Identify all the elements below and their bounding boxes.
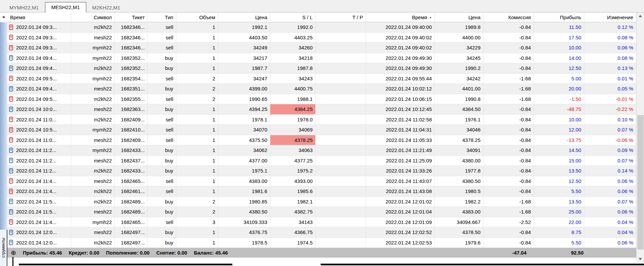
column-header[interactable]: Цена bbox=[218, 12, 270, 22]
close-time-cell: 2022.01.24 09:49:30 bbox=[366, 63, 435, 73]
table-row[interactable]: 2022.01.24 09:5... m2kh22 1682355... sel… bbox=[7, 94, 636, 105]
symbol-cell: mymh22 bbox=[71, 53, 115, 63]
table-row[interactable]: 2022.01.24 12:0... m2kh22 1682497... buy… bbox=[7, 238, 636, 248]
sl-cell: 4400.75 bbox=[270, 84, 316, 94]
buy-deal-icon bbox=[9, 107, 13, 112]
tp-cell bbox=[316, 94, 366, 104]
symbol-cell: m2kh22 bbox=[71, 238, 115, 248]
commission-cell: -1.68 bbox=[484, 207, 534, 217]
volume-cell: 1 bbox=[176, 238, 218, 248]
ticket-cell: 1682352... bbox=[115, 63, 148, 73]
change-cell: 0.08 % bbox=[584, 53, 636, 63]
column-header[interactable]: Тикет bbox=[115, 12, 148, 22]
table-row[interactable]: 2022.01.24 10:0... mesh22 1682363... buy… bbox=[7, 104, 636, 115]
table-row[interactable]: 2022.01.24 11:2... m2kh22 1682433... buy… bbox=[7, 166, 636, 176]
summary-withdrawal: Снятие: 0.00 bbox=[156, 250, 187, 256]
open-time-text: 2022.01.24 11:0... bbox=[16, 137, 56, 143]
tp-cell bbox=[316, 43, 366, 53]
column-header[interactable]: Прибыль bbox=[534, 12, 584, 22]
table-row[interactable]: 2022.01.24 09:4... m2kh22 1682352... buy… bbox=[7, 63, 636, 74]
volume-cell: 1 bbox=[176, 145, 218, 155]
type-cell: sell bbox=[148, 176, 176, 186]
close-price-cell: 4378.50 bbox=[435, 227, 484, 237]
close-time-cell: 2022.01.24 12:01:09 bbox=[366, 217, 435, 227]
bottom-tab-edge-right bbox=[321, 264, 644, 265]
scroll-up-button[interactable] bbox=[637, 12, 644, 19]
tab-m2kh22-m1[interactable]: M2KH22,M1 bbox=[86, 3, 126, 12]
column-header[interactable]: Комиссия bbox=[484, 12, 534, 22]
close-panel-button[interactable]: × bbox=[0, 12, 7, 22]
profit-cell: 11.50 bbox=[534, 22, 584, 32]
column-header[interactable]: Цена bbox=[435, 12, 484, 22]
close-time-cell: 2022.01.24 09:55:44 bbox=[366, 74, 435, 84]
table-row[interactable]: 2022.01.24 09:5... mymh22 1682354... sel… bbox=[7, 74, 636, 84]
commission-cell: -0.84 bbox=[484, 125, 534, 135]
sl-cell: 1985.6 bbox=[270, 186, 316, 196]
summary-balance: Баланс: 45.46 bbox=[194, 250, 228, 256]
symbol-cell: mesh22 bbox=[71, 176, 115, 186]
tab-mymh22-m1[interactable]: MYMH22,M1 bbox=[3, 3, 45, 12]
ticket-cell: 1682497... bbox=[115, 227, 148, 237]
profit-cell: 5.50 bbox=[534, 238, 584, 248]
summary-credit: Кредит: 0.00 bbox=[69, 250, 99, 256]
table-row[interactable]: 2022.01.24 11:0... mesh22 1682409... sel… bbox=[7, 135, 636, 146]
table-row[interactable]: 2022.01.24 10:5... mymh22 1682410... sel… bbox=[7, 125, 636, 135]
sl-cell: 4393.00 bbox=[270, 176, 316, 186]
column-header[interactable]: T / P bbox=[316, 12, 366, 22]
type-cell: sell bbox=[148, 43, 176, 53]
table-row[interactable]: 2022.01.24 11:5... mesh22 1682489... buy… bbox=[7, 207, 636, 217]
column-header[interactable]: Символ bbox=[71, 12, 115, 22]
volume-cell: 1 bbox=[176, 104, 218, 114]
table-row[interactable]: 2022.01.24 09:3... m2kh22 1682346... sel… bbox=[7, 22, 636, 33]
table-row[interactable]: 2022.01.24 09:3... mesh22 1682346... sel… bbox=[7, 33, 636, 43]
expand-summary-icon[interactable]: ⊕ bbox=[11, 250, 16, 256]
scroll-down-button[interactable] bbox=[637, 256, 644, 262]
table-row[interactable]: 2022.01.24 11:2... mymh22 1682433... buy… bbox=[7, 145, 636, 156]
sell-deal-icon bbox=[9, 45, 13, 50]
table-row[interactable]: 2022.01.24 11:4... mesh22 1682465... sel… bbox=[7, 176, 636, 187]
table-row[interactable]: 2022.01.24 11:4... m2kh22 1682461... sel… bbox=[7, 186, 636, 197]
commission-cell: -1.68 bbox=[484, 74, 534, 84]
table-row[interactable]: 2022.01.24 11:5... m2kh22 1682489... buy… bbox=[7, 197, 636, 207]
tab-mesh22-m1[interactable]: MESH22,M1 bbox=[45, 2, 86, 12]
table-row[interactable]: 2022.01.24 09:4... mesh22 1682351... buy… bbox=[7, 84, 636, 94]
tp-cell bbox=[316, 53, 366, 63]
close-time-cell: 2022.01.24 09:49:30 bbox=[366, 53, 435, 63]
commission-cell: -1.68 bbox=[484, 94, 534, 104]
table-row[interactable]: 2022.01.24 11:4... mymh22 1682465... sel… bbox=[7, 217, 636, 228]
close-price-cell: 1980.5 bbox=[435, 186, 484, 196]
summary-profit-total: 92.50 bbox=[571, 250, 584, 256]
column-header[interactable]: Изменение bbox=[584, 12, 636, 22]
table-row[interactable]: 2022.01.24 09:3... mymh22 1682346... sel… bbox=[7, 43, 636, 53]
close-time-cell: 2022.01.24 09:40:00 bbox=[366, 22, 435, 32]
open-time-cell: 2022.01.24 11:2... bbox=[7, 156, 71, 166]
change-cell: 0.04 % bbox=[584, 227, 636, 237]
close-price-cell: 1979.6 bbox=[435, 238, 484, 248]
column-header[interactable]: S / L bbox=[270, 12, 316, 22]
column-header[interactable]: Объем bbox=[176, 12, 218, 22]
column-header[interactable]: Тип bbox=[148, 12, 176, 22]
close-time-cell: 2022.01.24 11:02:58 bbox=[366, 115, 435, 125]
buy-deal-icon bbox=[9, 209, 13, 215]
symbol-cell: mesh22 bbox=[71, 84, 115, 94]
scrollbar-thumb[interactable] bbox=[637, 115, 644, 250]
tp-cell bbox=[316, 176, 366, 186]
open-time-cell: 2022.01.24 11:2... bbox=[7, 166, 71, 176]
column-label: Цена bbox=[255, 14, 267, 20]
column-header[interactable]: Время ▲ bbox=[366, 12, 435, 22]
column-header[interactable]: Время bbox=[7, 12, 71, 22]
summary-profit: Прибыль: 45.46 bbox=[23, 250, 62, 256]
table-row[interactable]: 2022.01.24 09:4... mymh22 1682352... buy… bbox=[7, 53, 636, 64]
vertical-scrollbar[interactable] bbox=[636, 12, 644, 262]
profit-cell: -13.75 bbox=[534, 135, 584, 145]
change-cell: 0.06 % bbox=[584, 207, 636, 217]
symbol-cell: mymh22 bbox=[71, 125, 115, 135]
table-row[interactable]: 2022.01.24 11:0... m2kh22 1682409... sel… bbox=[7, 115, 636, 125]
ticket-cell: 1682489... bbox=[115, 207, 148, 217]
column-label: T / P bbox=[353, 14, 363, 20]
table-row[interactable]: 2022.01.24 11:2... mesh22 1682437... buy… bbox=[7, 156, 636, 166]
sidebar-tab-instruments[interactable]: струменты bbox=[0, 230, 7, 266]
table-row[interactable]: 2022.01.24 12:0... mesh22 1682497... buy… bbox=[7, 227, 636, 238]
tp-cell bbox=[316, 207, 366, 217]
type-cell: sell bbox=[148, 22, 176, 32]
